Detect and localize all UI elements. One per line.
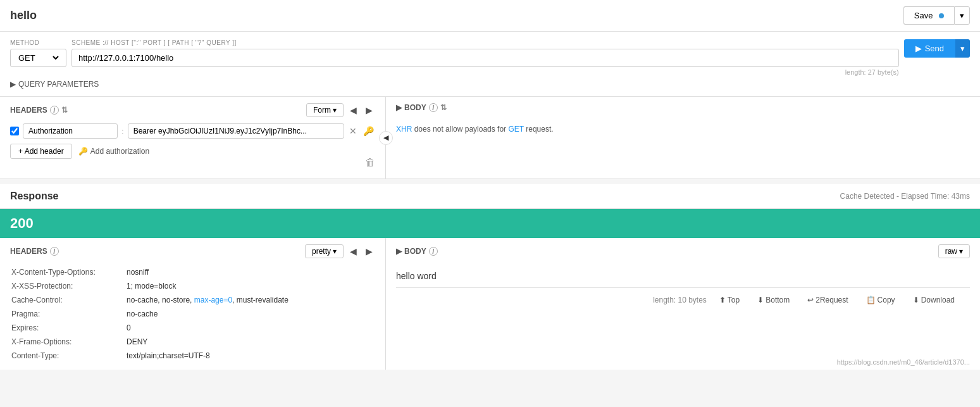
- collapse-arrow[interactable]: ◀: [379, 131, 393, 145]
- headers-body-section: HEADERS i ⇅ Form ▾ ◀ ▶ : ✕ 🔑 + Add heade…: [0, 97, 980, 179]
- response-section: Response Cache Detected - Elapsed Time: …: [0, 184, 980, 370]
- headers-collapse-left[interactable]: ◀: [347, 104, 359, 116]
- response-length: length: 10 bytes: [653, 296, 707, 304]
- header-value: 1; mode=block: [127, 280, 374, 292]
- headers-info-icon: i: [50, 106, 59, 115]
- send-button[interactable]: ▶ Send: [904, 39, 955, 58]
- resp-headers-title: HEADERS i: [10, 247, 59, 256]
- auth-clear-button[interactable]: ✕: [348, 125, 358, 137]
- scheme-label: SCHEME :// HOST [":" PORT ] [ PATH [ "?"…: [71, 39, 899, 46]
- header-value: no-cache: [127, 308, 374, 320]
- body-panel-header: ▶ BODY i ⇅: [396, 103, 970, 112]
- headers-actions: + Add header 🔑 Add authorization: [10, 144, 375, 159]
- save-button[interactable]: Save: [903, 6, 954, 25]
- copy-button[interactable]: 📋 Copy: [861, 293, 900, 307]
- query-params-row: ▶ QUERY PARAMETERS: [10, 80, 970, 89]
- header-separator: :: [121, 127, 124, 136]
- header-key: X-XSS-Protection:: [11, 280, 125, 292]
- response-header-row: Content-Type:text/plain;charset=UTF-8: [11, 349, 374, 362]
- response-title: Response: [10, 191, 58, 202]
- auth-lock-icon[interactable]: 🔑: [362, 125, 375, 137]
- method-url-row: METHOD GET POST PUT DELETE SCHEME :// HO…: [10, 39, 970, 76]
- query-params-toggle[interactable]: ▶ QUERY PARAMETERS: [10, 80, 970, 89]
- auth-checkbox[interactable]: [10, 127, 19, 135]
- headers-panel-controls: Form ▾ ◀ ▶: [306, 103, 375, 117]
- header-key: Expires:: [11, 322, 125, 334]
- url-input[interactable]: [71, 49, 899, 67]
- response-header-row: Cache-Control:no-cache, no-store, max-ag…: [11, 294, 374, 306]
- chevron-right-icon: ▶: [10, 80, 16, 89]
- header-value: no-cache, no-store, max-age=0, must-reva…: [127, 294, 374, 306]
- header-key: Cache-Control:: [11, 294, 125, 306]
- method-select[interactable]: GET POST PUT DELETE: [10, 49, 66, 67]
- response-body-content: hello word: [396, 265, 970, 287]
- auth-header-row: : ✕ 🔑: [10, 123, 375, 139]
- header-key: Content-Type:: [11, 349, 125, 362]
- max-age-link[interactable]: max-age=0: [194, 296, 232, 304]
- body-title: ▶ BODY i ⇅: [396, 103, 447, 112]
- response-headers-panel: HEADERS i pretty ▾ ◀ ▶ X-Content-Type-Op…: [0, 238, 386, 370]
- add-header-button[interactable]: + Add header: [10, 144, 72, 159]
- resp-headers-collapse-left[interactable]: ◀: [347, 245, 359, 258]
- method-dropdown[interactable]: GET POST PUT DELETE: [16, 53, 61, 63]
- header-value: nosniff: [127, 266, 374, 279]
- resp-body-info-icon: i: [429, 247, 438, 256]
- resp-body-controls: raw ▾: [938, 244, 970, 258]
- auth-value-input[interactable]: [128, 123, 344, 139]
- response-header-row: X-Content-Type-Options:nosniff: [11, 266, 374, 279]
- form-button[interactable]: Form ▾: [306, 103, 344, 117]
- expand-arrow-icon: ▶: [396, 103, 402, 112]
- resp-headers-expand-right[interactable]: ▶: [363, 245, 375, 258]
- raw-chevron-icon: ▾: [959, 247, 963, 256]
- download-button[interactable]: ⬇ Download: [908, 293, 960, 307]
- headers-expand-right[interactable]: ▶: [363, 104, 375, 116]
- url-column: SCHEME :// HOST [":" PORT ] [ PATH [ "?"…: [71, 39, 899, 76]
- auth-key-input[interactable]: [23, 123, 118, 139]
- headers-title: HEADERS i ⇅: [10, 106, 68, 115]
- copy-icon: 📋: [866, 296, 876, 304]
- add-authorization-button[interactable]: 🔑 Add authorization: [78, 147, 149, 156]
- send-btn-group: ▶ Send ▾: [904, 39, 970, 58]
- download-icon: ⬇: [913, 296, 919, 304]
- app-title: hello: [10, 9, 37, 22]
- resp-headers-header: HEADERS i pretty ▾ ◀ ▶: [10, 244, 375, 258]
- url-note: https://blog.csdn.net/m0_46/article/d137…: [837, 358, 970, 366]
- response-meta: Cache Detected - Elapsed Time: 43ms: [840, 192, 970, 201]
- resp-body-header: ▶ BODY i raw ▾: [396, 244, 970, 258]
- url-length: length: 27 byte(s): [71, 68, 899, 76]
- headers-panel-header: HEADERS i ⇅ Form ▾ ◀ ▶: [10, 103, 375, 117]
- bottom-icon: ⬇: [757, 296, 764, 304]
- body-sort-icon: ⇅: [440, 103, 447, 112]
- response-panels: HEADERS i pretty ▾ ◀ ▶ X-Content-Type-Op…: [0, 238, 980, 370]
- method-label: METHOD: [10, 39, 66, 46]
- save-btn-group: Save ▾: [903, 6, 970, 25]
- headers-sort-icon: ⇅: [61, 106, 68, 115]
- resp-expand-icon: ▶: [396, 247, 402, 256]
- bottom-button[interactable]: ⬇ Bottom: [752, 293, 795, 307]
- header-key: Pragma:: [11, 308, 125, 320]
- pretty-button[interactable]: pretty ▾: [305, 244, 344, 258]
- xhr-message: XHR does not allow payloads for GET requ…: [396, 125, 970, 134]
- xhr-link[interactable]: XHR: [396, 125, 412, 134]
- status-bar: 200: [0, 209, 980, 238]
- to-request-button[interactable]: ↩ 2Request: [802, 293, 853, 307]
- response-footer: length: 10 bytes ⬆ Top ⬇ Bottom ↩ 2Reque…: [396, 287, 970, 312]
- top-button[interactable]: ⬆ Top: [714, 293, 745, 307]
- method-column: METHOD GET POST PUT DELETE: [10, 39, 66, 67]
- delete-header-icon[interactable]: 🗑: [365, 157, 375, 168]
- status-code: 200: [10, 215, 34, 231]
- to-request-icon: ↩: [807, 296, 814, 304]
- save-dot-indicator: [939, 13, 944, 18]
- send-dropdown-button[interactable]: ▾: [955, 39, 970, 58]
- response-header-bar: Response Cache Detected - Elapsed Time: …: [0, 184, 980, 209]
- response-body-panel: ▶ BODY i raw ▾ hello word length: 10 byt…: [386, 238, 980, 370]
- resp-body-title: ▶ BODY i: [396, 247, 438, 256]
- response-headers-table: X-Content-Type-Options:nosniffX-XSS-Prot…: [10, 265, 375, 363]
- response-header-row: X-XSS-Protection:1; mode=block: [11, 280, 374, 292]
- save-dropdown-button[interactable]: ▾: [954, 6, 970, 25]
- raw-button[interactable]: raw ▾: [938, 244, 970, 258]
- pretty-chevron-icon: ▾: [333, 247, 337, 256]
- header-key: X-Content-Type-Options:: [11, 266, 125, 279]
- top-icon: ⬆: [719, 296, 726, 304]
- get-link[interactable]: GET: [508, 125, 523, 134]
